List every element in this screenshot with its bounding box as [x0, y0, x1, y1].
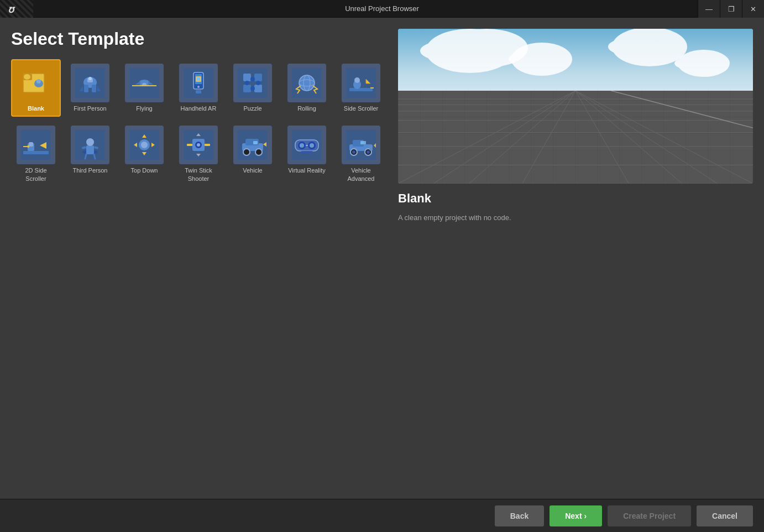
- svg-point-28: [250, 77, 255, 81]
- back-button[interactable]: Back: [495, 505, 544, 526]
- svg-point-65: [197, 143, 200, 147]
- bottom-bar: Back Next › Create Project Cancel: [0, 499, 764, 532]
- svg-rect-27: [254, 85, 262, 92]
- preview-sky: [398, 29, 753, 98]
- svg-rect-45: [29, 142, 33, 147]
- create-project-button: Create Project: [608, 505, 691, 526]
- 2d-side-scroller-label: 2D Side Scroller: [14, 166, 57, 182]
- template-item-virtual-reality[interactable]: Virtual Reality: [282, 121, 332, 187]
- rolling-icon: [287, 64, 326, 102]
- svg-point-20: [197, 86, 200, 88]
- main-content: Select Template Blank: [0, 18, 764, 499]
- svg-rect-21: [196, 90, 201, 93]
- template-item-flying[interactable]: Flying: [119, 59, 169, 117]
- top-down-label: Top Down: [131, 166, 158, 174]
- vehicle-icon: [233, 126, 272, 164]
- virtual-reality-icon: [287, 126, 326, 164]
- svg-rect-91: [360, 141, 366, 144]
- left-panel: Select Template Blank: [11, 29, 387, 488]
- svg-rect-25: [254, 74, 262, 81]
- svg-point-57: [141, 142, 148, 148]
- virtual-reality-label: Virtual Reality: [288, 166, 326, 174]
- template-item-vehicle[interactable]: Vehicle: [228, 121, 278, 187]
- puzzle-icon: [233, 64, 272, 102]
- svg-point-89: [352, 150, 355, 154]
- selected-template-name: Blank: [398, 191, 753, 206]
- svg-rect-92: [369, 147, 373, 148]
- svg-rect-67: [205, 144, 210, 146]
- svg-point-33: [299, 75, 315, 91]
- flying-label: Flying: [136, 105, 152, 112]
- next-button[interactable]: Next ›: [550, 505, 602, 526]
- template-item-rolling[interactable]: Rolling: [282, 59, 332, 117]
- svg-rect-24: [243, 74, 251, 81]
- titlebar-pattern-left: [0, 0, 33, 18]
- handheld-ar-icon: [179, 64, 218, 102]
- svg-point-4: [36, 79, 41, 84]
- selected-template-description: A clean empty project with no code.: [398, 213, 753, 222]
- svg-rect-66: [187, 144, 192, 146]
- twin-stick-shooter-icon: [179, 126, 218, 164]
- first-person-label: First Person: [74, 105, 106, 112]
- svg-rect-93: [369, 149, 373, 150]
- 2d-side-scroller-icon: [17, 126, 55, 164]
- template-preview-image: [398, 29, 753, 184]
- third-person-icon: [71, 126, 109, 164]
- restore-button[interactable]: ❐: [720, 0, 742, 18]
- svg-rect-36: [346, 68, 376, 98]
- template-item-vehicle-advanced[interactable]: Vehicle Advanced: [336, 121, 386, 187]
- blank-icon: [17, 64, 55, 102]
- svg-rect-43: [23, 151, 49, 154]
- svg-rect-75: [253, 141, 258, 144]
- svg-rect-83: [301, 151, 313, 153]
- svg-rect-8: [92, 85, 96, 92]
- svg-rect-51: [86, 145, 94, 154]
- side-scroller-icon: [342, 64, 380, 102]
- svg-rect-7: [84, 85, 88, 92]
- template-item-handheld-ar[interactable]: Handheld AR: [174, 59, 223, 117]
- template-item-top-down[interactable]: Top Down: [119, 121, 169, 187]
- svg-rect-23: [238, 68, 268, 98]
- svg-point-74: [255, 149, 262, 155]
- third-person-label: Third Person: [73, 166, 108, 174]
- close-button[interactable]: ✕: [742, 0, 764, 18]
- template-item-blank[interactable]: Blank: [11, 59, 61, 117]
- titlebar: ʊ Unreal Project Browser — ❐ ✕: [0, 0, 764, 18]
- svg-rect-26: [243, 85, 251, 92]
- cancel-button[interactable]: Cancel: [697, 505, 753, 526]
- vehicle-label: Vehicle: [243, 166, 262, 174]
- svg-point-73: [243, 149, 250, 155]
- template-item-side-scroller[interactable]: Side Scroller: [336, 59, 386, 117]
- twin-stick-shooter-label: Twin Stick Shooter: [177, 166, 220, 182]
- svg-rect-37: [349, 88, 373, 91]
- svg-point-90: [367, 150, 370, 154]
- svg-line-110: [611, 91, 753, 128]
- template-item-third-person[interactable]: Third Person: [65, 121, 115, 187]
- minimize-button[interactable]: —: [698, 0, 720, 18]
- rolling-label: Rolling: [297, 105, 316, 112]
- template-item-first-person[interactable]: First Person: [65, 59, 115, 117]
- svg-point-81: [310, 143, 314, 148]
- ue-logo: ʊ: [8, 3, 14, 15]
- flying-icon: [125, 64, 164, 102]
- blank-label: Blank: [28, 105, 44, 112]
- svg-point-2: [24, 74, 30, 80]
- svg-point-39: [354, 77, 360, 83]
- side-scroller-label: Side Scroller: [344, 105, 378, 112]
- vehicle-advanced-label: Vehicle Advanced: [339, 166, 383, 182]
- first-person-icon: [71, 64, 109, 102]
- template-grid: Blank: [11, 59, 387, 187]
- svg-point-22: [196, 77, 201, 81]
- svg-point-30: [245, 81, 249, 85]
- titlebar-controls: — ❐ ✕: [698, 0, 764, 18]
- titlebar-title: Unreal Project Browser: [345, 4, 419, 13]
- template-item-twin-stick-shooter[interactable]: Twin Stick Shooter: [174, 121, 223, 187]
- vehicle-advanced-icon: [342, 126, 380, 164]
- page-title: Select Template: [11, 29, 387, 49]
- svg-point-29: [250, 86, 255, 91]
- template-item-puzzle[interactable]: Puzzle: [228, 59, 278, 117]
- handheld-ar-label: Handheld AR: [181, 105, 217, 112]
- top-down-icon: [125, 126, 164, 164]
- preview-ground: [398, 91, 753, 184]
- template-item-2d-side-scroller[interactable]: 2D Side Scroller: [11, 121, 61, 187]
